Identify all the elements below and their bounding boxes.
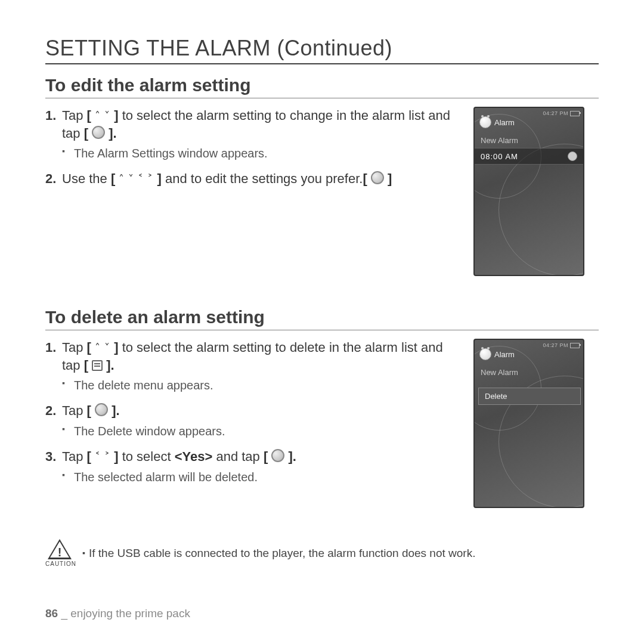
device-title-text: Alarm (494, 118, 515, 127)
device-time: 04:27 PM (543, 342, 568, 348)
device-alarm-list: New Alarm08:00 AM (475, 133, 583, 165)
direction-arrows-icon: ˄ ˅ (95, 342, 110, 353)
instruction-step: 1.Tap [ ˄ ˅ ] to select the alarm settin… (45, 107, 457, 162)
direction-arrows-icon: ˄ ˅ (95, 110, 110, 121)
section-heading-edit: To edit the alarm setting (45, 75, 599, 98)
caution-label: CAUTION (45, 561, 74, 567)
page-title: SETTING THE ALARM (Continued) (45, 36, 599, 64)
alarm-clock-icon (479, 116, 491, 128)
page-number: 86 (45, 607, 58, 620)
instruction-substep: The Delete window appears. (62, 423, 457, 439)
alarm-clock-icon (479, 348, 491, 360)
edit-steps: 1.Tap [ ˄ ˅ ] to select the alarm settin… (45, 107, 457, 196)
section-heading-delete: To delete an alarm setting (45, 307, 599, 330)
device-status-bar: 04:27 PM (543, 342, 580, 348)
device-time: 04:27 PM (543, 110, 568, 116)
chapter-name: enjoying the prime pack (70, 607, 190, 620)
device-alarm-row: 08:00 AM (475, 148, 583, 165)
battery-icon (570, 111, 580, 116)
device-title: Alarm (479, 116, 515, 128)
device-delete-popup: Delete (478, 388, 581, 405)
instruction-step: 2.Tap [ ].The Delete window appears. (45, 402, 457, 439)
instruction-substep: The Alarm Settings window appears. (62, 145, 457, 162)
caution-note: ! CAUTION ▪If the USB cable is connected… (45, 539, 599, 567)
device-alarm-list: New Alarm (475, 365, 583, 380)
alarm-set-icon (568, 151, 577, 161)
section-edit: 1.Tap [ ˄ ˅ ] to select the alarm settin… (45, 107, 599, 276)
select-button-icon (95, 403, 108, 416)
select-button-icon (371, 171, 384, 184)
caution-icon: ! CAUTION (45, 539, 74, 567)
device-screenshot-edit: 04:27 PM Alarm New Alarm08:00 AM (473, 107, 584, 276)
select-button-icon (92, 126, 105, 139)
battery-icon (570, 343, 580, 348)
device-alarm-row: New Alarm (475, 365, 583, 380)
select-button-icon (271, 449, 284, 462)
instruction-substep: The delete menu appears. (62, 377, 457, 394)
footer-sep: _ (58, 607, 70, 620)
delete-steps: 1.Tap [ ˄ ˅ ] to select the alarm settin… (45, 339, 457, 494)
direction-arrows-icon: ˄ ˅ ˂ ˃ (119, 174, 153, 184)
page-footer: 86 _ enjoying the prime pack (45, 607, 190, 620)
direction-arrows-icon: ˂ ˃ (95, 451, 110, 462)
device-status-bar: 04:27 PM (543, 110, 580, 116)
instruction-substep: The selected alarm will be deleted. (62, 469, 457, 485)
device-screenshot-delete: 04:27 PM Alarm New Alarm Delete (473, 339, 584, 508)
section-delete: 1.Tap [ ˄ ˅ ] to select the alarm settin… (45, 339, 599, 508)
menu-button-icon (92, 360, 103, 371)
instruction-step: 2.Use the [ ˄ ˅ ˂ ˃ ] and to edit the se… (45, 170, 457, 188)
device-title: Alarm (479, 348, 515, 360)
caution-text: ▪If the USB cable is connected to the pl… (82, 547, 475, 560)
instruction-step: 3.Tap [ ˂ ˃ ] to select <Yes> and tap [ … (45, 448, 457, 485)
instruction-step: 1.Tap [ ˄ ˅ ] to select the alarm settin… (45, 339, 457, 394)
device-alarm-row: New Alarm (475, 133, 583, 148)
device-title-text: Alarm (494, 350, 515, 359)
